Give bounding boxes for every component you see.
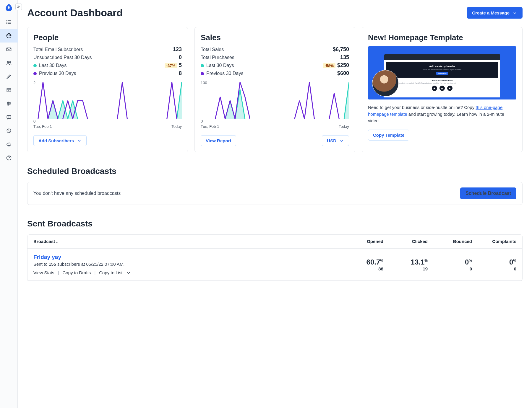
- copy-to-drafts-button[interactable]: Copy to Drafts: [63, 270, 91, 275]
- dot-teal-icon: [33, 64, 37, 67]
- chevron-down-icon[interactable]: [126, 270, 131, 275]
- add-subscribers-button[interactable]: Add Subscribers: [33, 135, 87, 146]
- col-clicked[interactable]: Clicked: [383, 239, 428, 244]
- sales-last30-value: $250: [337, 62, 349, 68]
- sales-chart: [201, 81, 349, 122]
- sales-prev30-label: Previous 30 Days: [206, 71, 243, 76]
- page-title: Account Dashboard: [27, 7, 123, 19]
- people-total-value: 123: [173, 46, 182, 53]
- sidebar-item-mail[interactable]: [0, 43, 18, 56]
- people-unsub-label: Unsubscribed Past 30 Days: [33, 55, 92, 60]
- col-bounced[interactable]: Bounced: [428, 239, 472, 244]
- promo-card: New! Homepage Template Add a catchy head…: [362, 27, 523, 152]
- copy-template-button[interactable]: Copy Template: [368, 130, 409, 141]
- sales-total-label: Total Sales: [201, 47, 224, 52]
- clicked-pct: 13.1: [411, 258, 425, 266]
- bounced-count: 0: [428, 266, 472, 271]
- people-x-end: Today: [171, 124, 182, 129]
- currency-selector-button[interactable]: USD: [322, 135, 349, 146]
- sales-prev30-value: $600: [337, 70, 349, 76]
- complaints-count: 0: [472, 266, 516, 271]
- sales-last30-label: Last 30 Days: [206, 63, 234, 68]
- promo-image: Add a catchy header Include one of more …: [368, 46, 516, 99]
- people-y-min: 0: [33, 119, 35, 123]
- svg-point-4: [7, 22, 7, 22]
- sales-delta-badge: -58%: [323, 63, 335, 68]
- people-total-label: Total Email Subscribers: [33, 47, 83, 52]
- people-card: People Total Email Subscribers123 Unsubs…: [27, 27, 188, 152]
- sort-desc-icon: ↓: [56, 239, 58, 244]
- chevron-down-icon: [512, 11, 517, 15]
- clicked-count: 19: [383, 266, 428, 271]
- people-last30-value: 5: [179, 62, 182, 68]
- promo-description: Need to get your business or side-hustle…: [368, 104, 516, 124]
- table-row: Friday yay Sent to 155 subscribers at 05…: [27, 249, 522, 281]
- expand-sidebar-button[interactable]: [15, 4, 22, 10]
- svg-point-5: [7, 23, 7, 24]
- sidebar-item-reports[interactable]: [0, 124, 18, 138]
- people-last30-label: Last 30 Days: [39, 63, 66, 68]
- avatar: [372, 70, 399, 97]
- col-opened[interactable]: Opened: [339, 239, 383, 244]
- sales-x-start: Tue, Feb 1: [201, 124, 219, 129]
- svg-line-7: [9, 35, 10, 36]
- brand-logo: [4, 3, 14, 12]
- main-content: Account Dashboard Create a Message Peopl…: [18, 0, 532, 408]
- people-x-start: Tue, Feb 1: [33, 124, 52, 129]
- schedule-broadcast-button[interactable]: Schedule Broadcast: [460, 187, 516, 199]
- sent-title: Sent Broadcasts: [27, 219, 523, 229]
- copy-to-list-button[interactable]: Copy to List: [99, 270, 122, 275]
- people-prev30-label: Previous 30 Days: [39, 71, 76, 76]
- sales-x-end: Today: [339, 124, 349, 129]
- chevron-down-icon: [339, 138, 344, 143]
- promo-title: New! Homepage Template: [368, 33, 516, 42]
- people-chart: [33, 81, 182, 122]
- scheduled-empty-text: You don't have any scheduled broadcasts: [33, 191, 121, 196]
- sales-total-value: $6,750: [333, 46, 349, 53]
- sidebar-nav: [0, 0, 18, 408]
- col-complaints[interactable]: Complaints: [472, 239, 516, 244]
- sales-title: Sales: [201, 33, 349, 42]
- sidebar-item-people[interactable]: [0, 56, 18, 70]
- sidebar-item-edit[interactable]: [0, 70, 18, 83]
- people-prev30-value: 8: [179, 70, 182, 76]
- sent-broadcasts-table: Broadcast↓ Opened Clicked Bounced Compla…: [27, 234, 523, 281]
- col-broadcast[interactable]: Broadcast↓: [33, 239, 339, 244]
- chevron-down-icon: [77, 138, 82, 143]
- opened-pct: 60.7: [366, 258, 380, 266]
- svg-point-21: [9, 117, 9, 117]
- svg-point-3: [7, 20, 7, 21]
- view-stats-button[interactable]: View Stats: [33, 270, 54, 275]
- svg-point-10: [9, 61, 11, 63]
- opened-count: 88: [339, 266, 383, 271]
- dot-purple-icon: [201, 72, 204, 75]
- scheduled-empty-state: You don't have any scheduled broadcasts …: [27, 182, 523, 205]
- svg-point-19: [7, 105, 8, 105]
- people-delta-badge: -37%: [165, 63, 177, 68]
- view-report-button[interactable]: View Report: [201, 135, 236, 146]
- people-unsub-value: 0: [179, 54, 182, 61]
- svg-point-17: [7, 102, 8, 103]
- complaints-pct: 0: [509, 258, 513, 266]
- sidebar-item-dashboard[interactable]: [0, 29, 18, 43]
- svg-point-26: [9, 159, 9, 159]
- people-title: People: [33, 33, 182, 42]
- sidebar-item-conversations[interactable]: [0, 110, 18, 124]
- dot-purple-icon: [33, 72, 37, 75]
- bounced-pct: 0: [465, 258, 469, 266]
- sidebar-item-settings[interactable]: [0, 97, 18, 110]
- svg-point-18: [9, 103, 10, 104]
- sales-purchases-value: 135: [340, 54, 349, 61]
- broadcast-meta: Sent to 155 subscribers at 05/25/22 07:0…: [33, 262, 339, 267]
- scheduled-title: Scheduled Broadcasts: [27, 167, 523, 176]
- sales-purchases-label: Total Purchases: [201, 55, 234, 60]
- broadcast-title-link[interactable]: Friday yay: [33, 254, 339, 260]
- sales-y-max: 100: [201, 81, 207, 85]
- sidebar-item-pages[interactable]: [0, 83, 18, 97]
- sidebar-item-help[interactable]: [0, 151, 18, 165]
- dot-teal-icon: [201, 64, 204, 67]
- create-message-button[interactable]: Create a Message: [467, 7, 523, 19]
- sales-y-min: 0: [201, 119, 203, 123]
- sidebar-item-integrations[interactable]: [0, 138, 18, 151]
- sidebar-item-list[interactable]: [0, 15, 18, 29]
